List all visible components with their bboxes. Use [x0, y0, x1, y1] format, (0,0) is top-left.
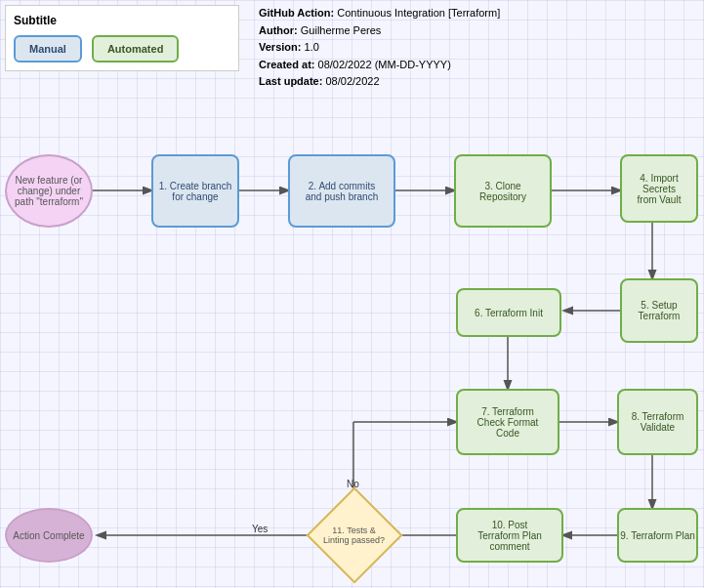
node-4: 4. Import Secrets from Vault [620, 154, 698, 223]
label-yes: Yes [252, 524, 268, 534]
node-7: 7. Terraform Check Format Code [456, 389, 559, 455]
node-3: 3. Clone Repository [454, 154, 552, 228]
node-5: 5. Setup Terraform [620, 278, 698, 343]
node-9: 9. Terraform Plan [617, 508, 698, 563]
node-1: 1. Create branch for change [151, 154, 239, 228]
node-10: 10. Post Terraform Plan comment [456, 508, 563, 563]
node-8: 8. Terraform Validate [617, 389, 698, 455]
node-11-label: 11. Tests & Linting passed? [320, 525, 389, 545]
end-node: Action Complete [5, 508, 93, 563]
node-11-diamond: 11. Tests & Linting passed? [317, 498, 391, 571]
node-6: 6. Terraform Init [456, 288, 561, 337]
start-node: New feature (or change) under path "terr… [5, 154, 93, 228]
label-no: No [347, 479, 359, 489]
node-2: 2. Add commits and push branch [288, 154, 395, 228]
